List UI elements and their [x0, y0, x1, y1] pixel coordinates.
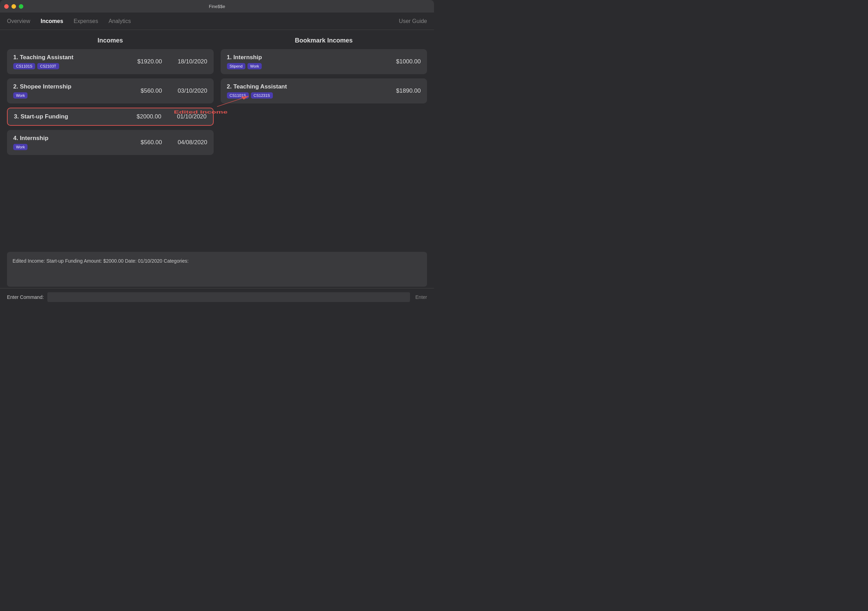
bookmark-item-1-right: $1000.00 — [389, 58, 421, 65]
incomes-panel: Incomes 1. Teaching Assistant CS1101S CS… — [7, 37, 214, 246]
command-bar: Enter Command: Enter — [0, 288, 434, 306]
income-item-2-tags: Work — [13, 92, 71, 99]
income-item-3-name: 3. Start-up Funding — [14, 113, 68, 120]
nav-items: Overview Incomes Expenses Analytics — [7, 17, 399, 26]
income-item-1-left: 1. Teaching Assistant CS1101S CS2103T — [13, 54, 73, 69]
window-controls — [4, 4, 23, 9]
income-item-1[interactable]: 1. Teaching Assistant CS1101S CS2103T $1… — [7, 49, 214, 74]
income-item-2-right: $560.00 03/10/2020 — [131, 87, 208, 95]
maximize-button[interactable] — [19, 4, 23, 9]
tag-stipend: Stipend — [227, 63, 245, 69]
income-item-1-name: 1. Teaching Assistant — [13, 54, 73, 61]
title-bar: Fine$$e — [0, 0, 434, 12]
enter-button[interactable]: Enter — [415, 294, 427, 300]
income-item-1-date: 18/10/2020 — [173, 58, 208, 65]
app-title: Fine$$e — [209, 4, 225, 9]
income-item-4-tags: Work — [13, 144, 48, 150]
tag-work-b1: Work — [248, 63, 262, 69]
income-item-3[interactable]: 3. Start-up Funding $2000.00 01/10/2020 — [7, 108, 214, 126]
log-area: Edited Income: Start-up Funding Amount: … — [7, 252, 427, 287]
bookmark-item-2-name: 2. Teaching Assistant — [227, 83, 287, 90]
income-item-4-name: 4. Internship — [13, 135, 48, 142]
right-panel-wrapper: Bookmark Incomes 1. Internship Stipend W… — [221, 37, 428, 246]
income-item-4-date: 04/08/2020 — [173, 139, 208, 146]
bookmark-item-2-amount: $1890.00 — [389, 87, 421, 95]
tag-cs1101s-b: CS1101S — [227, 92, 249, 99]
tag-work-2: Work — [13, 92, 28, 99]
tag-cs1101s: CS1101S — [13, 63, 35, 69]
income-item-4[interactable]: 4. Internship Work $560.00 04/08/2020 — [7, 130, 214, 155]
income-item-3-left: 3. Start-up Funding — [14, 113, 68, 120]
bookmark-item-2[interactable]: 2. Teaching Assistant CS1101S CS1231S $1… — [221, 78, 428, 103]
close-button[interactable] — [4, 4, 9, 9]
bookmark-item-1-left: 1. Internship Stipend Work — [227, 54, 262, 69]
income-item-2-name: 2. Shopee Internship — [13, 83, 71, 90]
bookmark-item-1-tags: Stipend Work — [227, 63, 262, 69]
command-label: Enter Command: — [7, 294, 44, 300]
income-item-1-tags: CS1101S CS2103T — [13, 63, 73, 69]
nav-analytics[interactable]: Analytics — [108, 17, 131, 26]
income-item-3-right: $2000.00 01/10/2020 — [130, 113, 207, 120]
income-item-2-left: 2. Shopee Internship Work — [13, 83, 71, 99]
minimize-button[interactable] — [11, 4, 16, 9]
income-item-2[interactable]: 2. Shopee Internship Work $560.00 03/10/… — [7, 78, 214, 103]
nav-incomes[interactable]: Incomes — [41, 17, 64, 26]
income-item-3-amount: $2000.00 — [130, 113, 161, 120]
bookmark-panel: Bookmark Incomes 1. Internship Stipend W… — [221, 37, 428, 103]
user-guide-link[interactable]: User Guide — [399, 18, 427, 24]
bookmark-item-2-tags: CS1101S CS1231S — [227, 92, 287, 99]
income-item-4-amount: $560.00 — [131, 139, 162, 146]
tag-cs2103t: CS2103T — [37, 63, 59, 69]
income-item-1-amount: $1920.00 — [131, 58, 162, 65]
tag-cs1231s: CS1231S — [251, 92, 273, 99]
bookmark-item-2-right: $1890.00 — [389, 87, 421, 95]
income-item-4-left: 4. Internship Work — [13, 135, 48, 150]
command-input[interactable] — [47, 292, 410, 302]
income-item-2-amount: $560.00 — [131, 87, 162, 95]
log-text: Edited Income: Start-up Funding Amount: … — [12, 258, 189, 264]
bookmark-item-1-amount: $1000.00 — [389, 58, 421, 65]
incomes-panel-title: Incomes — [7, 37, 214, 44]
bookmark-item-2-left: 2. Teaching Assistant CS1101S CS1231S — [227, 83, 287, 99]
bookmark-panel-title: Bookmark Incomes — [221, 37, 428, 44]
bookmark-item-1[interactable]: 1. Internship Stipend Work $1000.00 — [221, 49, 428, 74]
income-item-2-date: 03/10/2020 — [173, 87, 208, 95]
income-item-1-right: $1920.00 18/10/2020 — [131, 58, 208, 65]
bookmark-item-1-name: 1. Internship — [227, 54, 262, 61]
income-item-4-right: $560.00 04/08/2020 — [131, 139, 208, 146]
nav-bar: Overview Incomes Expenses Analytics User… — [0, 12, 434, 30]
income-item-3-date: 01/10/2020 — [172, 113, 207, 120]
main-content: Incomes 1. Teaching Assistant CS1101S CS… — [0, 30, 434, 246]
nav-overview[interactable]: Overview — [7, 17, 30, 26]
nav-expenses[interactable]: Expenses — [74, 17, 98, 26]
tag-work-4: Work — [13, 144, 28, 150]
